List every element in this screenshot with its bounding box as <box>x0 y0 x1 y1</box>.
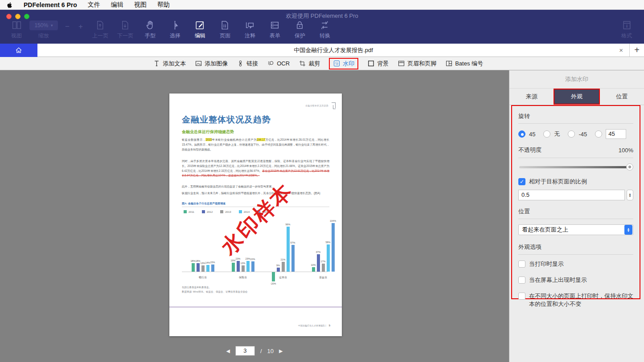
toolbar-convert-button[interactable]: 转换 <box>313 20 337 40</box>
document-tab[interactable]: 中国金融行业人才发展报告.pdf × <box>37 44 629 57</box>
page-total: 10 <box>267 348 274 354</box>
subtool-link-button[interactable]: 链接 <box>237 60 258 68</box>
chart-value-label: 57% <box>287 241 298 244</box>
keep-size-label: 在不同大小的页面上打印时，保持水印文本的位置和大小不变 <box>529 292 633 309</box>
page-separator: / <box>260 348 262 354</box>
relative-scale-checkbox[interactable]: ✓ <box>518 178 525 185</box>
chart-bar <box>277 268 280 272</box>
toolbar-form-button[interactable]: 表单 <box>263 20 287 40</box>
next-page-icon[interactable]: ▶ <box>279 348 283 354</box>
menu-edit[interactable]: 编辑 <box>111 1 123 9</box>
toolbar-edit-button[interactable]: 编辑 <box>188 20 212 40</box>
position-select[interactable]: 看起来在页面之上 ▲▼ <box>518 224 633 235</box>
chart-bar <box>251 261 254 272</box>
opacity-slider[interactable] <box>519 163 632 171</box>
watermark-panel: 添加水印 来源 外观 位置 旋转 45 无 -45 45 不透明度 100% <box>509 70 644 362</box>
page-down-icon <box>119 20 131 31</box>
window-title: 欢迎使用 PDFelement 6 Pro <box>0 12 644 20</box>
chart-bar <box>211 264 214 272</box>
cursor-icon <box>169 20 180 31</box>
position-select-value: 看起来在页面之上 <box>519 226 624 234</box>
bates-icon: 1 <box>445 60 453 67</box>
menu-view[interactable]: 视图 <box>134 1 147 9</box>
radio-custom[interactable] <box>595 130 602 138</box>
keep-size-checkbox[interactable] <box>518 293 525 300</box>
tab-appearance[interactable]: 外观 <box>554 89 599 105</box>
subtool-add-image-button[interactable]: 添加图像 <box>195 60 228 68</box>
chart-value-label: 15% <box>207 261 218 264</box>
svg-text:123: 123 <box>400 61 403 63</box>
doc-paragraph-4: 纵观行业全局，预计未来几年，除银行业将保持平稳低速增长外，其余分行业均将保持平稳… <box>182 191 329 196</box>
zoom-in-button: + <box>78 22 83 31</box>
page-up-icon <box>94 20 106 31</box>
slider-track[interactable] <box>519 166 632 168</box>
page-footer-number: 5 <box>329 324 330 327</box>
legend-item: 2013 <box>220 210 231 213</box>
chart-bar <box>201 265 205 272</box>
chart-note-1: 包括公募基金和私募基金。 <box>182 286 211 289</box>
comment-icon <box>244 20 255 31</box>
scale-value-input[interactable]: 0.5 <box>518 190 625 200</box>
ocr-icon <box>267 60 275 67</box>
page-footer-rule <box>169 307 342 307</box>
convert-icon <box>319 20 330 31</box>
chart-bar <box>312 267 315 272</box>
pdf-page[interactable]: 金融业整体状况及趋势 金融业整体状况及趋势 金融业总体运行保持稳健态势 银监会数… <box>169 94 342 336</box>
crop-icon <box>299 60 306 67</box>
subtool-ocr-button[interactable]: OCR <box>267 60 290 67</box>
toolbar-hand-button[interactable]: 手型 <box>138 20 162 40</box>
subtool-crop-button[interactable]: 裁剪 <box>299 60 320 68</box>
home-tab-button[interactable] <box>0 44 37 57</box>
lock-icon <box>294 20 305 31</box>
select-chevrons-icon[interactable]: ▲▼ <box>624 225 632 235</box>
background-icon <box>367 60 375 67</box>
form-icon <box>269 20 280 31</box>
radio-none[interactable] <box>543 130 550 138</box>
app-name: PDFelement 6 Pro <box>24 1 77 8</box>
chart-bar <box>322 264 325 272</box>
menu-file[interactable]: 文件 <box>88 1 100 9</box>
header-footer-icon: 123 <box>398 60 405 67</box>
slider-thumb[interactable] <box>626 163 633 171</box>
subtool-background-button[interactable]: 背景 <box>367 60 389 68</box>
show-on-screen-checkbox[interactable] <box>518 277 525 284</box>
subtool-bates-button[interactable]: 1Bates 编号 <box>445 60 483 68</box>
radio-45[interactable] <box>518 130 525 138</box>
toolbar-comment-button[interactable]: 注释 <box>238 20 262 40</box>
tab-source[interactable]: 来源 <box>509 89 554 105</box>
close-tab-icon[interactable]: × <box>619 46 623 54</box>
svg-text:i: i <box>626 24 627 28</box>
opacity-label: 不透明度 <box>518 146 541 154</box>
custom-rotation-input[interactable]: 45 <box>606 129 626 139</box>
toolbar-page-button[interactable]: 页面 <box>213 20 237 40</box>
chart-value-label: 37% <box>313 251 324 253</box>
chart-bar <box>242 265 245 272</box>
macos-menubar: PDFelement 6 Pro 文件 编辑 视图 帮助 <box>0 0 644 10</box>
legend-item: 2011 <box>184 210 194 213</box>
chart-category-label: 基金业 <box>310 276 336 280</box>
subtool-header-footer-button[interactable]: 123页眉和页脚 <box>398 60 436 68</box>
radio-minus-45[interactable] <box>568 130 575 138</box>
chart-value-label: 22% <box>247 258 258 260</box>
previous-page-icon[interactable]: ◀ <box>226 348 230 354</box>
zoom-control: 150%▾缩放 <box>29 20 58 40</box>
link-icon <box>237 60 244 67</box>
subtool-add-text-button[interactable]: 添加文本 <box>153 60 186 68</box>
scale-stepper[interactable]: ▲▼ <box>627 190 633 200</box>
page-number-input[interactable]: 3 <box>235 346 255 356</box>
tab-position[interactable]: 位置 <box>600 89 644 105</box>
rotation-radio-group: 45 无 -45 45 <box>518 129 633 139</box>
menu-help[interactable]: 帮助 <box>157 1 170 9</box>
chart-bar <box>282 262 285 272</box>
toolbar-select-button[interactable]: 选择 <box>163 20 187 40</box>
show-when-printing-checkbox[interactable] <box>518 260 525 268</box>
toolbar-protect-button[interactable]: 保护 <box>288 20 312 40</box>
chart-category-label: 保险业 <box>230 276 256 280</box>
chart-bar <box>246 261 250 272</box>
new-tab-button[interactable]: + <box>629 44 644 57</box>
apple-icon[interactable] <box>6 1 13 8</box>
chart-value-label: 104% <box>328 220 338 222</box>
subtool-watermark-button[interactable]: 水印 <box>329 58 358 69</box>
chart-bar <box>291 245 295 272</box>
format-button-slot: i格式 <box>615 20 639 40</box>
